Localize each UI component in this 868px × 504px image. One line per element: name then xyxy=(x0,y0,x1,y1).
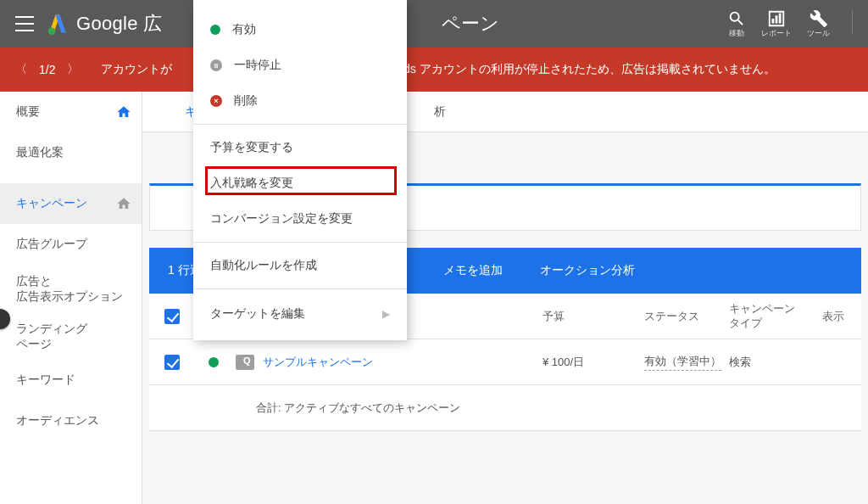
brand-text-left: Google 広 xyxy=(76,11,162,36)
sidebar-item-label: 最適化案 xyxy=(16,145,64,160)
menu-item-change-conversion[interactable]: コンバージョン設定を変更 xyxy=(193,201,407,237)
col-header-status[interactable]: ステータス xyxy=(644,309,729,324)
table-summary-row: 合計: アクティブなすべてのキャンペーン xyxy=(149,385,861,431)
menu-label: ターゲットを編集 xyxy=(210,306,305,322)
sidebar-item-label: 広告グループ xyxy=(16,237,87,252)
sidebar-item-adgroups[interactable]: 広告グループ xyxy=(0,224,142,265)
top-divider xyxy=(852,9,853,35)
nav-report-button[interactable]: レポート xyxy=(761,9,792,39)
tab-fragment-right[interactable]: 析 xyxy=(434,104,446,120)
chevron-right-icon: ▶ xyxy=(382,308,390,320)
tools-icon xyxy=(810,9,828,28)
menu-label: 削除 xyxy=(234,93,258,109)
alert-bar: 〈 1/2 〉 アカウントが rds アカウントの利用が停止されたため、広告は掲… xyxy=(0,48,868,92)
alert-next-button[interactable]: 〉 xyxy=(67,62,79,77)
menu-item-remove[interactable]: × 削除 xyxy=(193,83,407,119)
sidebar-item-label: ランディング ページ xyxy=(16,321,87,351)
nav-tools-label: ツール xyxy=(807,28,830,39)
brand-text-tail: ペーン xyxy=(442,11,499,36)
chevron-right-icon: 〉 xyxy=(0,312,5,327)
ads-logo-icon xyxy=(46,12,70,36)
sidebar-item-campaigns[interactable]: キャンペーン xyxy=(0,183,142,224)
svg-rect-2 xyxy=(776,15,778,23)
sidebar-item-recommendations[interactable]: 最適化案 xyxy=(0,132,142,173)
nav-search-button[interactable]: 移動 xyxy=(727,9,746,39)
svg-rect-3 xyxy=(779,13,782,23)
sidebar-item-ads[interactable]: 広告と 広告表示オプション xyxy=(0,265,142,312)
edit-popup-menu: 有効 II 一時停止 × 削除 予算を変更する 入札戦略を変更 コンバージョン設… xyxy=(193,0,407,340)
alert-text-left: アカウントが xyxy=(101,62,172,76)
menu-label: 有効 xyxy=(232,22,256,37)
nav-report-label: レポート xyxy=(761,28,792,39)
table-row[interactable]: サンプルキャンペーン ¥ 100/日 有効（学習中） 検索 xyxy=(149,339,861,385)
nav-search-label: 移動 xyxy=(729,28,744,39)
top-bar: Google 広 ペーン 移動 レポート ツール xyxy=(0,0,868,48)
col-header-budget[interactable]: 予算 xyxy=(542,309,644,324)
campaign-name-link[interactable]: サンプルキャンペーン xyxy=(263,355,373,370)
sidebar-item-label: オーディエンス xyxy=(16,413,99,428)
svg-point-0 xyxy=(48,27,56,35)
menu-item-change-budget[interactable]: 予算を変更する xyxy=(193,130,407,165)
menu-item-change-bid[interactable]: 入札戦略を変更 xyxy=(193,165,407,201)
remove-icon: × xyxy=(210,95,222,107)
row-checkbox[interactable] xyxy=(164,355,180,370)
home-icon xyxy=(116,104,131,120)
svg-rect-1 xyxy=(772,19,775,24)
add-memo-button[interactable]: メモを追加 xyxy=(425,248,521,294)
sidebar: 概要 最適化案 キャンペーン 広告グループ 広告と 広告表示オプション ランディ… xyxy=(0,92,142,504)
sidebar-item-audiences[interactable]: オーディエンス xyxy=(0,400,142,441)
status-dot-enabled[interactable] xyxy=(209,357,219,367)
col-header-type[interactable]: キャンペーン タイプ xyxy=(729,302,822,331)
summary-label: 合計: アクティブなすべてのキャンペーン xyxy=(232,400,542,416)
alert-text-right: rds アカウントの利用が停止されたため、広告は掲載されていません。 xyxy=(399,62,775,76)
sidebar-item-landing[interactable]: ランディング ページ xyxy=(0,312,142,360)
auction-insights-button[interactable]: オークション分析 xyxy=(521,248,654,294)
sidebar-item-label: 広告と 広告表示オプション xyxy=(16,273,123,304)
home-icon xyxy=(116,196,131,211)
hamburger-icon[interactable] xyxy=(15,16,34,31)
cell-type: 検索 xyxy=(729,355,822,370)
menu-item-create-autorule[interactable]: 自動化ルールを作成 xyxy=(193,248,407,283)
menu-item-edit-target[interactable]: ターゲットを編集 ▶ xyxy=(193,294,407,333)
campaign-type-icon xyxy=(236,355,254,370)
report-icon xyxy=(767,9,786,28)
cell-budget: ¥ 100/日 xyxy=(542,355,644,370)
menu-item-enable[interactable]: 有効 xyxy=(193,12,407,48)
alert-counter: 1/2 xyxy=(39,63,55,76)
menu-label: 一時停止 xyxy=(234,58,281,73)
sidebar-item-label: キーワード xyxy=(16,372,75,388)
search-icon xyxy=(727,9,746,28)
alert-prev-button[interactable]: 〈 xyxy=(15,62,27,77)
cell-status[interactable]: 有効（学習中） xyxy=(644,354,721,371)
paused-icon: II xyxy=(210,59,222,71)
col-header-disp[interactable]: 表示 xyxy=(822,309,861,324)
select-all-checkbox[interactable] xyxy=(164,309,180,324)
menu-item-pause[interactable]: II 一時停止 xyxy=(193,48,407,83)
sidebar-item-label: 概要 xyxy=(16,104,40,120)
sidebar-item-label: キャンペーン xyxy=(16,196,87,211)
enabled-dot-icon xyxy=(210,25,220,35)
sidebar-item-overview[interactable]: 概要 xyxy=(0,92,142,132)
sidebar-item-keywords[interactable]: キーワード xyxy=(0,360,142,400)
nav-tools-button[interactable]: ツール xyxy=(807,9,830,39)
